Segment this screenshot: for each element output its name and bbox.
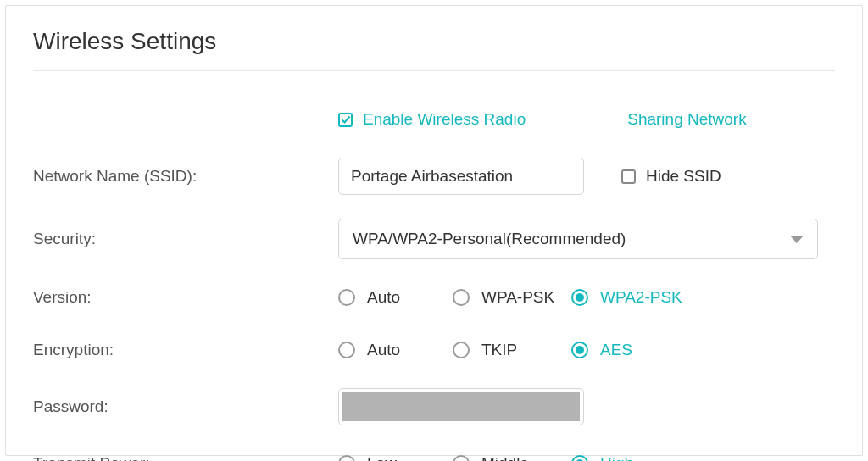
transmit-power-radios: Low Middle High bbox=[338, 454, 835, 461]
row-ssid: Network Name (SSID): Hide SSID bbox=[33, 158, 835, 195]
radio-icon bbox=[571, 455, 588, 461]
password-masked-fill bbox=[342, 392, 580, 421]
hide-ssid-label: Hide SSID bbox=[646, 167, 721, 186]
security-selected: WPA/WPA2-Personal(Recommended) bbox=[353, 230, 626, 248]
radio-icon bbox=[453, 342, 470, 358]
radio-label: WPA-PSK bbox=[481, 288, 554, 307]
radio-icon bbox=[453, 289, 470, 306]
power-option-high[interactable]: High bbox=[571, 454, 633, 461]
radio-label: Auto bbox=[367, 288, 400, 307]
radio-icon bbox=[453, 455, 470, 461]
security-label: Security: bbox=[33, 230, 338, 248]
row-encryption: Encryption: Auto TKIP AES bbox=[33, 336, 835, 364]
password-controls bbox=[338, 388, 835, 425]
radio-label: AES bbox=[600, 341, 632, 359]
radio-label: High bbox=[600, 454, 633, 461]
password-label: Password: bbox=[33, 397, 338, 416]
version-option-wpa2-psk[interactable]: WPA2-PSK bbox=[571, 288, 682, 307]
transmit-power-label: Transmit Power: bbox=[33, 454, 338, 461]
enable-wireless-label: Enable Wireless Radio bbox=[363, 110, 526, 129]
version-radios: Auto WPA-PSK WPA2-PSK bbox=[338, 288, 835, 307]
radio-icon bbox=[571, 289, 588, 306]
version-label: Version: bbox=[33, 288, 338, 307]
page-title: Wireless Settings bbox=[33, 28, 835, 71]
security-select[interactable]: WPA/WPA2-Personal(Recommended) bbox=[338, 219, 818, 259]
radio-icon bbox=[338, 342, 355, 358]
chevron-down-icon bbox=[790, 236, 804, 243]
encryption-option-tkip[interactable]: TKIP bbox=[453, 341, 571, 359]
version-option-auto[interactable]: Auto bbox=[338, 288, 453, 307]
radio-label: TKIP bbox=[481, 341, 517, 359]
radio-icon bbox=[338, 455, 355, 461]
power-option-middle[interactable]: Middle bbox=[453, 454, 571, 461]
row-transmit-power: Transmit Power: Low Middle High bbox=[33, 449, 835, 461]
radio-label: Middle bbox=[481, 454, 529, 461]
security-controls: WPA/WPA2-Personal(Recommended) bbox=[338, 219, 835, 259]
checkbox-icon bbox=[621, 169, 636, 184]
wireless-settings-panel: Wireless Settings Enable Wireless Radio … bbox=[5, 5, 863, 456]
ssid-input[interactable] bbox=[338, 158, 584, 195]
row-enable: Enable Wireless Radio Sharing Network bbox=[33, 105, 835, 134]
encryption-radios: Auto TKIP AES bbox=[338, 341, 835, 359]
encryption-option-auto[interactable]: Auto bbox=[338, 341, 453, 359]
enable-controls: Enable Wireless Radio Sharing Network bbox=[338, 110, 835, 129]
sharing-network-link[interactable]: Sharing Network bbox=[627, 110, 746, 129]
enable-wireless-checkbox[interactable]: Enable Wireless Radio bbox=[338, 110, 526, 129]
password-input[interactable] bbox=[338, 388, 584, 425]
ssid-controls: Hide SSID bbox=[338, 158, 835, 195]
version-option-wpa-psk[interactable]: WPA-PSK bbox=[453, 288, 571, 307]
radio-label: Low bbox=[367, 454, 397, 461]
radio-icon bbox=[571, 342, 588, 358]
row-password: Password: bbox=[33, 388, 835, 425]
power-option-low[interactable]: Low bbox=[338, 454, 453, 461]
radio-icon bbox=[338, 289, 355, 306]
row-security: Security: WPA/WPA2-Personal(Recommended) bbox=[33, 219, 835, 259]
hide-ssid-checkbox[interactable]: Hide SSID bbox=[621, 167, 721, 186]
ssid-label: Network Name (SSID): bbox=[33, 167, 338, 186]
row-version: Version: Auto WPA-PSK WPA2-PSK bbox=[33, 283, 835, 312]
checkbox-icon bbox=[338, 113, 353, 127]
encryption-label: Encryption: bbox=[33, 341, 338, 359]
encryption-option-aes[interactable]: AES bbox=[571, 341, 632, 359]
radio-label: WPA2-PSK bbox=[600, 288, 682, 307]
radio-label: Auto bbox=[367, 341, 400, 359]
